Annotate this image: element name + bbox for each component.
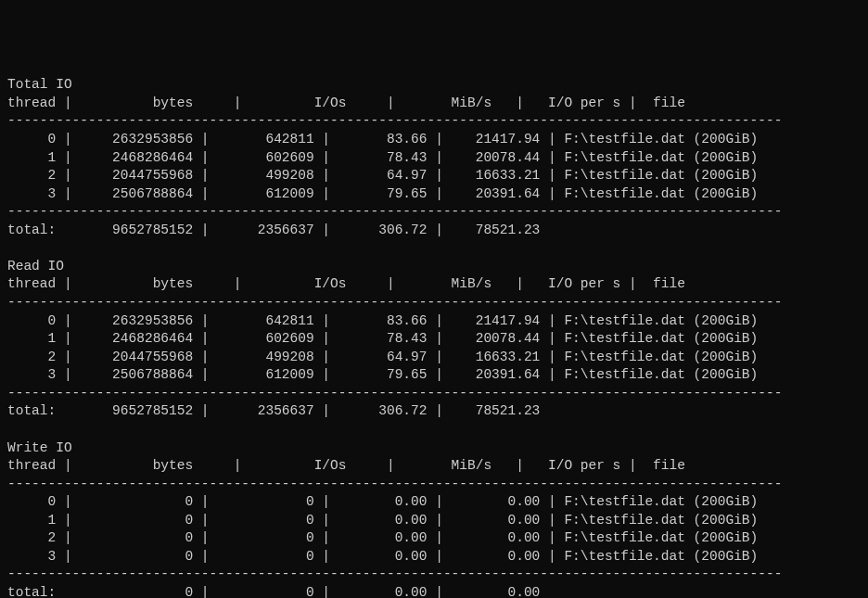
divider: ----------------------------------------… xyxy=(7,295,782,310)
table-row: 0 | 2632953856 | 642811 | 83.66 | 21417.… xyxy=(7,313,758,328)
table-row: 1 | 2468286464 | 602609 | 78.43 | 20078.… xyxy=(7,150,758,165)
divider: ----------------------------------------… xyxy=(7,386,782,401)
header-row: thread | bytes | I/Os | MiB/s | I/O per … xyxy=(7,95,685,110)
section-title: Read IO xyxy=(7,259,64,274)
table-row: 2 | 2044755968 | 499208 | 64.97 | 16633.… xyxy=(7,168,758,183)
table-row: 3 | 2506788864 | 612009 | 79.65 | 20391.… xyxy=(7,367,758,382)
table-row: 1 | 2468286464 | 602609 | 78.43 | 20078.… xyxy=(7,331,758,346)
total-row: total: 9652785152 | 2356637 | 306.72 | 7… xyxy=(7,223,540,237)
section-title: Write IO xyxy=(7,440,72,455)
divider: ----------------------------------------… xyxy=(7,566,782,581)
divider: ----------------------------------------… xyxy=(7,477,782,491)
terminal-output: Total IO thread | bytes | I/Os | MiB/s |… xyxy=(7,76,861,598)
table-row: 2 | 2044755968 | 499208 | 64.97 | 16633.… xyxy=(7,350,758,364)
header-row: thread | bytes | I/Os | MiB/s | I/O per … xyxy=(7,458,685,473)
table-row: 3 | 2506788864 | 612009 | 79.65 | 20391.… xyxy=(7,186,758,201)
table-row: 0 | 2632953856 | 642811 | 83.66 | 21417.… xyxy=(7,132,758,146)
header-row: thread | bytes | I/Os | MiB/s | I/O per … xyxy=(7,276,685,291)
section-title: Total IO xyxy=(7,77,72,92)
table-row: 1 | 0 | 0 | 0.00 | 0.00 | F:\testfile.da… xyxy=(7,513,758,528)
total-row: total: 9652785152 | 2356637 | 306.72 | 7… xyxy=(7,403,540,418)
total-row: total: 0 | 0 | 0.00 | 0.00 xyxy=(7,585,540,598)
divider: ----------------------------------------… xyxy=(7,204,782,219)
table-row: 0 | 0 | 0 | 0.00 | 0.00 | F:\testfile.da… xyxy=(7,494,758,509)
table-row: 2 | 0 | 0 | 0.00 | 0.00 | F:\testfile.da… xyxy=(7,530,758,545)
table-row: 3 | 0 | 0 | 0.00 | 0.00 | F:\testfile.da… xyxy=(7,549,758,564)
divider: ----------------------------------------… xyxy=(7,113,782,128)
